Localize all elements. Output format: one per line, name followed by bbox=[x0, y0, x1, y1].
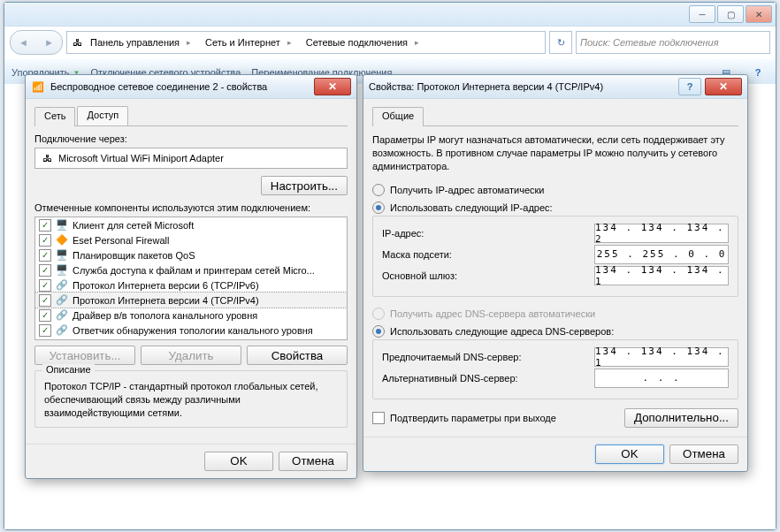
driver-icon: 🔗 bbox=[56, 309, 68, 322]
dns-group: Предпочитаемый DNS-сервер:134 . 134 . 13… bbox=[372, 339, 738, 399]
radio-dns-manual[interactable]: Использовать следующие адреса DNS-сервер… bbox=[372, 323, 738, 339]
protocol-icon: 🔗 bbox=[56, 294, 68, 307]
ipv4-properties-dialog: Свойства: Протокол Интернета версии 4 (T… bbox=[363, 74, 748, 472]
mask-input[interactable]: 255 . 255 . 0 . 0 bbox=[594, 245, 729, 264]
network-icon: 🖧 bbox=[71, 36, 83, 49]
breadcrumb-item[interactable]: Сетевые подключения▸ bbox=[299, 33, 426, 52]
gateway-label: Основной шлюз: bbox=[382, 270, 594, 281]
maximize-button[interactable]: ▢ bbox=[717, 5, 744, 23]
refresh-button[interactable]: ↻ bbox=[549, 31, 572, 54]
checkbox[interactable]: ✓ bbox=[39, 219, 51, 232]
dialog-titlebar: Свойства: Протокол Интернета версии 4 (T… bbox=[363, 75, 747, 99]
help-button[interactable]: ? bbox=[678, 78, 701, 95]
dns2-label: Альтернативный DNS-сервер: bbox=[382, 373, 594, 384]
chevron-right-icon: ▸ bbox=[415, 38, 419, 47]
ip-group: IP-адрес:134 . 134 . 134 . 2 Маска подсе… bbox=[372, 216, 738, 297]
checkbox[interactable]: ✓ bbox=[39, 279, 51, 292]
firewall-icon: 🔶 bbox=[56, 234, 68, 247]
ok-button[interactable]: OK bbox=[204, 452, 273, 471]
dns2-input[interactable]: . . . bbox=[594, 369, 729, 388]
validate-row: Подтвердить параметры при выходе Дополни… bbox=[372, 408, 738, 428]
dialog-title: Свойства: Протокол Интернета версии 4 (T… bbox=[369, 81, 678, 92]
checkbox[interactable]: ✓ bbox=[39, 294, 51, 307]
radio-icon bbox=[372, 308, 385, 320]
back-arrow-icon: ◄ bbox=[19, 37, 28, 48]
list-item[interactable]: ✓🖥️Клиент для сетей Microsoft bbox=[35, 217, 347, 232]
list-item[interactable]: ✓🔗Ответчик обнаружения топологии канальн… bbox=[35, 323, 347, 338]
radio-ip-manual[interactable]: Использовать следующий IP-адрес: bbox=[372, 200, 738, 216]
client-icon: 🖥️ bbox=[56, 219, 68, 232]
dns1-input[interactable]: 134 . 134 . 134 . 1 bbox=[594, 347, 729, 367]
description-header: Описание bbox=[42, 364, 95, 375]
configure-button[interactable]: Настроить... bbox=[261, 176, 348, 195]
advanced-button[interactable]: Дополнительно... bbox=[624, 408, 738, 428]
cancel-button[interactable]: Отмена bbox=[279, 452, 348, 471]
breadcrumb-item[interactable]: Панель управления▸ bbox=[83, 33, 198, 52]
chevron-right-icon: ▸ bbox=[287, 38, 292, 47]
close-button[interactable]: ✕ bbox=[314, 78, 351, 95]
properties-button[interactable]: Свойства bbox=[247, 346, 348, 365]
tab-network[interactable]: Сеть bbox=[34, 107, 75, 126]
info-text: Параметры IP могут назначаться автоматич… bbox=[372, 133, 738, 173]
close-button[interactable]: ✕ bbox=[705, 78, 742, 95]
qos-icon: 🖥️ bbox=[56, 249, 68, 262]
dns1-label: Предпочитаемый DNS-сервер: bbox=[382, 352, 594, 362]
install-button[interactable]: Установить... bbox=[34, 346, 135, 365]
explorer-titlebar: ─ ▢ ✕ bbox=[4, 3, 776, 27]
radio-ip-auto[interactable]: Получить IP-адрес автоматически bbox=[372, 182, 738, 198]
list-item[interactable]: ✓🖥️Планировщик пакетов QoS bbox=[35, 247, 347, 262]
dialog-footer: OK Отмена bbox=[363, 437, 747, 471]
breadcrumb-item[interactable]: Сеть и Интернет▸ bbox=[198, 33, 299, 52]
adapter-icon: 🖧 bbox=[41, 152, 53, 164]
chevron-right-icon: ▸ bbox=[187, 38, 191, 47]
checkbox[interactable]: ✓ bbox=[39, 264, 51, 277]
gateway-input[interactable]: 134 . 134 . 134 . 1 bbox=[594, 266, 729, 285]
help-icon[interactable]: ? bbox=[747, 63, 769, 82]
radio-dns-auto: Получить адрес DNS-сервера автоматически bbox=[372, 306, 738, 322]
search-placeholder: Поиск: Сетевые подключения bbox=[580, 37, 719, 48]
list-item[interactable]: ✓🔶Eset Personal Firewall bbox=[35, 232, 347, 247]
list-item[interactable]: ✓🔗Протокол Интернета версии 6 (TCP/IPv6) bbox=[35, 277, 347, 293]
checkbox[interactable]: ✓ bbox=[39, 309, 51, 322]
dialog-titlebar: 📶 Беспроводное сетевое соединение 2 - св… bbox=[26, 75, 356, 99]
protocol-icon: 🔗 bbox=[56, 279, 68, 292]
components-list[interactable]: ✓🖥️Клиент для сетей Microsoft ✓🔶Eset Per… bbox=[34, 217, 348, 340]
list-item[interactable]: ✓🔗Драйвер в/в тополога канального уровня bbox=[35, 308, 347, 323]
search-input[interactable]: Поиск: Сетевые подключения bbox=[576, 31, 770, 54]
checkbox[interactable]: ✓ bbox=[39, 324, 51, 337]
close-button[interactable]: ✕ bbox=[746, 5, 772, 23]
forward-arrow-icon: ► bbox=[44, 37, 54, 48]
checkbox[interactable]: ✓ bbox=[39, 234, 51, 247]
ok-button[interactable]: OK bbox=[595, 445, 664, 464]
cancel-button[interactable]: Отмена bbox=[669, 445, 738, 464]
description-group: Описание Протокол TCP/IP - стандартный п… bbox=[34, 370, 348, 428]
dialog-title: Беспроводное сетевое соединение 2 - свой… bbox=[50, 81, 310, 92]
uninstall-button[interactable]: Удалить bbox=[141, 346, 241, 365]
wifi-icon: 📶 bbox=[31, 80, 45, 94]
minimize-button[interactable]: ─ bbox=[689, 5, 715, 23]
description-text: Протокол TCP/IP - стандартный протокол г… bbox=[44, 380, 338, 420]
address-bar-row: ◄ ► 🖧 Панель управления▸ Сеть и Интернет… bbox=[4, 27, 776, 58]
checkbox[interactable]: ✓ bbox=[39, 249, 51, 262]
dialog-body: Сеть Доступ Подключение через: 🖧 Microso… bbox=[26, 99, 356, 444]
tab-access[interactable]: Доступ bbox=[77, 106, 128, 125]
validate-label: Подтвердить параметры при выходе bbox=[390, 413, 556, 423]
connect-via-label: Подключение через: bbox=[34, 133, 348, 144]
tabstrip: Сеть Доступ bbox=[34, 106, 348, 126]
share-icon: 🖥️ bbox=[56, 264, 68, 277]
ip-input[interactable]: 134 . 134 . 134 . 2 bbox=[594, 224, 729, 243]
breadcrumb-bar[interactable]: 🖧 Панель управления▸ Сеть и Интернет▸ Се… bbox=[66, 31, 546, 54]
tabstrip: Общие bbox=[372, 106, 738, 126]
responder-icon: 🔗 bbox=[56, 324, 68, 337]
mask-label: Маска подсети: bbox=[382, 249, 594, 260]
validate-checkbox[interactable] bbox=[372, 412, 385, 424]
connection-properties-dialog: 📶 Беспроводное сетевое соединение 2 - св… bbox=[25, 74, 357, 479]
list-item-selected[interactable]: ✓🔗Протокол Интернета версии 4 (TCP/IPv4) bbox=[34, 292, 348, 308]
tab-general[interactable]: Общие bbox=[372, 107, 424, 126]
list-item[interactable]: ✓🖥️Служба доступа к файлам и принтерам с… bbox=[35, 262, 347, 277]
radio-icon bbox=[372, 184, 385, 196]
components-label: Отмеченные компоненты используются этим … bbox=[34, 202, 348, 213]
nav-back-forward[interactable]: ◄ ► bbox=[10, 30, 63, 55]
dialog-body: Общие Параметры IP могут назначаться авт… bbox=[363, 99, 747, 437]
dialog-footer: OK Отмена bbox=[26, 444, 356, 478]
